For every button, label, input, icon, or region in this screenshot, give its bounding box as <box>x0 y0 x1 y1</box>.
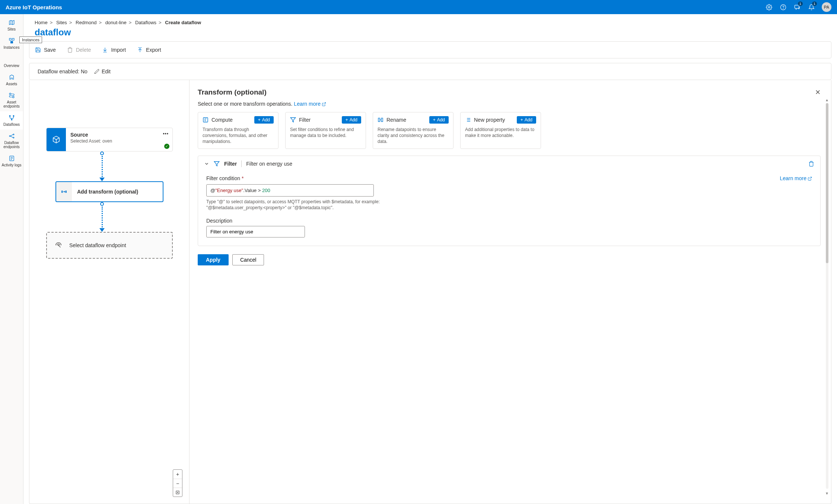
rail-sites[interactable]: Sites <box>0 16 23 34</box>
svg-point-6 <box>9 93 11 95</box>
learn-more-link[interactable]: Learn more <box>294 101 326 107</box>
connector-2 <box>98 202 106 232</box>
dataflow-enabled-status: Dataflow enabled: No <box>38 68 87 74</box>
compute-desc: Transform data through conversions, form… <box>203 127 274 145</box>
bc-redmond[interactable]: Redmond <box>76 20 96 25</box>
import-button[interactable]: Import <box>102 47 126 53</box>
bc-dataflows[interactable]: Dataflows <box>135 20 156 25</box>
filter-condition-hint: Type "@" to select datapoints, or access… <box>206 199 407 211</box>
description-input[interactable] <box>206 226 305 237</box>
page-title: dataflow <box>23 27 837 41</box>
bc-current: Create dataflow <box>165 20 201 25</box>
edit-status-button[interactable]: Edit <box>94 68 111 74</box>
close-icon[interactable]: ✕ <box>815 88 821 96</box>
filter-learn-more-link[interactable]: Learn more <box>780 175 812 181</box>
feedback-icon[interactable]: 1 <box>793 3 801 11</box>
status-bar: Dataflow enabled: No Edit <box>29 63 831 80</box>
cancel-button[interactable]: Cancel <box>232 254 264 265</box>
svg-point-12 <box>13 134 14 135</box>
upload-icon <box>137 47 143 53</box>
log-icon <box>8 155 15 162</box>
connector-1 <box>98 151 106 181</box>
rail-overview[interactable]: Overview <box>0 52 23 71</box>
trash-icon <box>67 47 73 53</box>
svg-point-10 <box>11 119 12 120</box>
svg-rect-23 <box>378 118 380 121</box>
cube-icon <box>8 37 15 44</box>
transform-panel: ✕ ▲ ▼ Transform (optional) Select one or… <box>190 80 831 504</box>
svg-line-20 <box>324 103 326 105</box>
transform-node[interactable]: Add transform (optional) <box>55 181 163 202</box>
export-button[interactable]: Export <box>137 47 161 53</box>
left-rail: Sites InstancesInstances Overview Assets… <box>0 14 23 504</box>
compute-card: Compute+ Add Transform data through conv… <box>198 112 279 149</box>
rail-asset-endpoints[interactable]: Asset endpoints <box>0 89 23 111</box>
bc-donut[interactable]: donut-line <box>105 20 127 25</box>
header-bar: Azure IoT Operations 1 1 PA <box>0 0 837 14</box>
filter-config-block: Filter Filter on energy use Filter condi… <box>198 156 821 246</box>
svg-rect-3 <box>9 38 11 40</box>
description-label: Description <box>206 218 812 224</box>
dataflow-endpoint-icon <box>8 133 15 139</box>
header-icons: 1 1 PA <box>765 2 831 12</box>
compute-add-button[interactable]: + Add <box>254 116 274 124</box>
filter-add-button[interactable]: + Add <box>342 116 361 124</box>
source-node[interactable]: Source Selected Asset: oven ••• ✓ <box>46 128 173 151</box>
main-area: Home> Sites> Redmond> donut-line> Datafl… <box>23 14 837 504</box>
bc-home[interactable]: Home <box>35 20 48 25</box>
rail-instances[interactable]: InstancesInstances <box>0 34 23 52</box>
zoom-in-button[interactable]: + <box>173 470 182 479</box>
gear-icon[interactable] <box>765 3 773 11</box>
save-button[interactable]: Save <box>35 47 56 53</box>
bc-sites[interactable]: Sites <box>56 20 67 25</box>
list-icon <box>465 117 471 123</box>
rail-dataflow-endpoints[interactable]: Dataflow endpoints <box>0 130 23 152</box>
apply-button[interactable]: Apply <box>198 254 229 265</box>
rail-dataflows[interactable]: Dataflows <box>0 111 23 130</box>
panel-title: Transform (optional) <box>198 88 821 96</box>
filter-head-sub: Filter on energy use <box>246 161 292 167</box>
download-icon <box>102 47 108 53</box>
zoom-fit-button[interactable] <box>173 488 182 497</box>
destination-node[interactable]: Select dataflow endpoint <box>46 232 173 259</box>
svg-line-32 <box>809 177 812 179</box>
breadcrumb: Home> Sites> Redmond> donut-line> Datafl… <box>23 14 837 27</box>
rename-desc: Rename datapoints to ensure clarity and … <box>378 127 449 145</box>
rail-activity-logs[interactable]: Activity logs <box>0 152 23 170</box>
svg-rect-4 <box>12 38 14 40</box>
svg-rect-15 <box>61 191 63 193</box>
svg-marker-22 <box>290 118 295 122</box>
svg-point-7 <box>12 96 14 98</box>
scroll-down-icon[interactable]: ▼ <box>825 491 829 495</box>
scroll-up-icon[interactable]: ▲ <box>825 98 829 102</box>
svg-rect-5 <box>10 41 13 43</box>
newprop-add-button[interactable]: + Add <box>517 116 536 124</box>
chevron-down-icon[interactable] <box>204 161 209 166</box>
rail-assets[interactable]: Assets <box>0 71 23 89</box>
delete-filter-button[interactable] <box>808 161 814 167</box>
external-link-icon <box>808 176 812 181</box>
filter-condition-input[interactable]: @"Energy use".Value > 200 <box>206 184 374 197</box>
source-node-title: Source <box>70 132 168 138</box>
source-node-menu[interactable]: ••• <box>163 131 169 136</box>
svg-point-1 <box>780 4 786 10</box>
rename-add-button[interactable]: + Add <box>429 116 449 124</box>
help-icon[interactable] <box>779 3 787 11</box>
map-pin-icon <box>8 19 15 26</box>
asset-icon <box>8 74 15 80</box>
filter-icon <box>290 117 296 123</box>
scrollbar-thumb[interactable] <box>826 103 828 263</box>
avatar[interactable]: PA <box>822 2 831 12</box>
app-body: Sites InstancesInstances Overview Assets… <box>0 14 837 504</box>
transform-node-label: Add transform (optional) <box>72 182 163 201</box>
bell-icon[interactable]: 1 <box>808 3 815 11</box>
filter-head-title: Filter <box>224 161 237 167</box>
zoom-out-button[interactable]: − <box>173 479 182 488</box>
overview-icon <box>8 55 15 62</box>
check-icon: ✓ <box>164 144 169 149</box>
panel-subtitle: Select one or more transform operations.… <box>198 101 821 107</box>
svg-point-9 <box>13 115 14 117</box>
feedback-badge: 1 <box>798 1 803 6</box>
operation-cards: Compute+ Add Transform data through conv… <box>198 112 821 149</box>
panel-action-row: Apply Cancel <box>198 254 821 265</box>
